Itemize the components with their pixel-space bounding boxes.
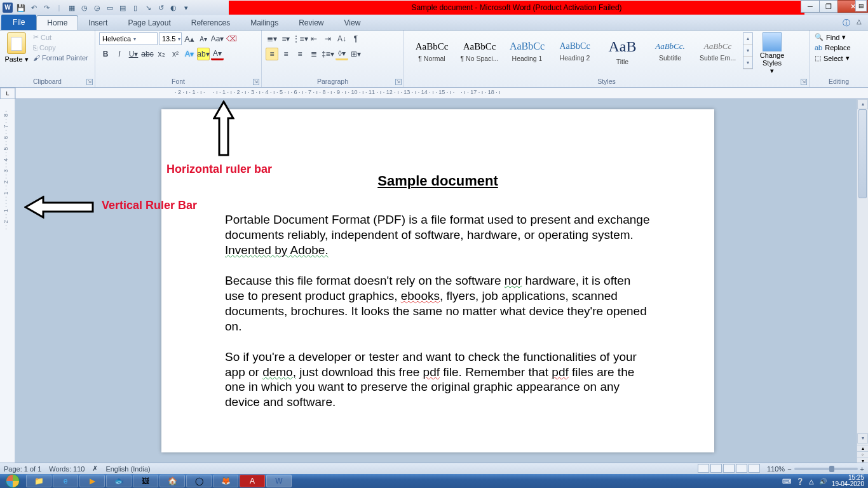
highlight-icon[interactable]: ab▾ bbox=[197, 48, 210, 60]
page-scroll-area[interactable]: Sample document Portable Document Format… bbox=[15, 99, 857, 463]
help-icon[interactable]: ⓘ bbox=[843, 18, 850, 29]
paste-button[interactable]: Paste ▾ bbox=[4, 32, 29, 64]
italic-button[interactable]: I bbox=[113, 48, 126, 60]
qat-icon[interactable]: ▯ bbox=[130, 2, 141, 13]
style-subtle-em[interactable]: AaBbCcSubtle Em... bbox=[694, 32, 742, 71]
change-styles-button[interactable]: Change Styles ▾ bbox=[757, 32, 787, 75]
show-marks-icon[interactable]: ¶ bbox=[349, 32, 362, 45]
align-left-icon[interactable]: ≡ bbox=[266, 48, 278, 60]
view-print-layout-icon[interactable] bbox=[698, 464, 709, 473]
bullets-icon[interactable]: ≣▾ bbox=[266, 32, 278, 45]
clear-format-icon[interactable]: ⌫ bbox=[225, 32, 238, 45]
save-icon[interactable]: 💾 bbox=[15, 2, 27, 13]
qat-icon[interactable]: ▤ bbox=[117, 2, 128, 13]
style-heading-1[interactable]: AaBbCcHeading 1 bbox=[503, 32, 551, 71]
zoom-out-icon[interactable]: − bbox=[787, 465, 791, 473]
file-tab[interactable]: File bbox=[1, 15, 36, 30]
task-explorer-icon[interactable]: 📁 bbox=[26, 475, 51, 487]
font-color-icon[interactable]: A▾ bbox=[211, 48, 224, 60]
qat-icon[interactable]: ◷ bbox=[79, 2, 90, 13]
view-draft-icon[interactable] bbox=[749, 464, 760, 473]
task-app-icon[interactable]: 🖼 bbox=[133, 475, 158, 487]
tray-volume-icon[interactable]: 🔊 bbox=[819, 478, 827, 485]
tab-selector-icon[interactable]: L bbox=[0, 88, 15, 99]
task-chrome-icon[interactable]: ◯ bbox=[186, 475, 212, 487]
start-button[interactable] bbox=[0, 474, 25, 488]
paragraph-launcher-icon[interactable]: ⇲ bbox=[395, 79, 402, 85]
select-button[interactable]: ⬚ Select ▾ bbox=[813, 53, 864, 63]
sort-icon[interactable]: A↓ bbox=[336, 32, 348, 45]
qat-icon[interactable]: ◶ bbox=[92, 2, 103, 13]
task-word-icon[interactable]: W bbox=[266, 475, 292, 487]
task-hp-icon[interactable]: 🏠 bbox=[159, 475, 185, 487]
text-effects-icon[interactable]: A▾ bbox=[183, 48, 196, 60]
browse-object-icon[interactable]: ◦ bbox=[857, 451, 868, 458]
scroll-thumb[interactable] bbox=[858, 109, 867, 198]
clipboard-launcher-icon[interactable]: ⇲ bbox=[86, 79, 93, 85]
scroll-up-icon[interactable]: ▴ bbox=[857, 99, 868, 109]
qat-customize-icon[interactable]: ▾ bbox=[180, 2, 192, 13]
view-web-icon[interactable] bbox=[723, 464, 735, 473]
minimize-ribbon-icon[interactable]: △ bbox=[857, 18, 862, 25]
multilevel-icon[interactable]: ⋮≡▾ bbox=[294, 32, 306, 45]
task-ie-icon[interactable]: e bbox=[53, 475, 78, 487]
style-heading-2[interactable]: AaBbCcHeading 2 bbox=[551, 32, 599, 71]
vertical-scrollbar[interactable]: ▴ ▾ ▴ ◦ ▾ bbox=[857, 99, 868, 463]
borders-icon[interactable]: ⊞▾ bbox=[349, 48, 362, 60]
tab-home[interactable]: Home bbox=[36, 15, 78, 30]
horizontal-ruler[interactable]: · 2 · ı · 1 · ı · · ı · 1 · ı · 2 · ı · … bbox=[15, 88, 868, 98]
task-app-icon[interactable]: 🐟 bbox=[106, 475, 132, 487]
font-launcher-icon[interactable]: ⇲ bbox=[253, 79, 259, 85]
tray-help-icon[interactable]: ❔ bbox=[796, 478, 804, 485]
replace-button[interactable]: ab Replace bbox=[813, 43, 864, 52]
tray-keyboard-icon[interactable]: ⌨ bbox=[782, 478, 791, 485]
shrink-font-icon[interactable]: A▾ bbox=[197, 32, 210, 45]
tab-references[interactable]: References bbox=[181, 16, 240, 30]
superscript-button[interactable]: x² bbox=[169, 48, 182, 60]
tab-review[interactable]: Review bbox=[288, 16, 334, 30]
status-page[interactable]: Page: 1 of 1 bbox=[4, 465, 41, 473]
view-full-screen-icon[interactable] bbox=[710, 464, 722, 473]
styles-launcher-icon[interactable]: ⇲ bbox=[801, 79, 807, 85]
align-right-icon[interactable]: ≡ bbox=[294, 48, 306, 60]
zoom-in-icon[interactable]: + bbox=[860, 465, 864, 473]
qat-icon[interactable]: ↺ bbox=[155, 2, 166, 13]
redo-icon[interactable]: ↷ bbox=[41, 2, 52, 13]
styles-more-button[interactable]: ▴▾▾ bbox=[743, 32, 753, 69]
status-language[interactable]: English (India) bbox=[105, 465, 150, 473]
qat-icon[interactable]: ◐ bbox=[168, 2, 179, 13]
change-case-icon[interactable]: Aa▾ bbox=[211, 32, 224, 45]
cut-button[interactable]: ✂ Cut bbox=[32, 32, 90, 42]
maximize-button[interactable]: ❐ bbox=[819, 0, 838, 13]
tray-chevron-icon[interactable]: △ bbox=[809, 478, 814, 485]
zoom-slider[interactable] bbox=[794, 468, 858, 470]
increase-indent-icon[interactable]: ⇥ bbox=[322, 32, 334, 45]
grow-font-icon[interactable]: A▴ bbox=[183, 32, 196, 45]
find-button[interactable]: 🔍 Find ▾ bbox=[813, 32, 864, 42]
style-subtitle[interactable]: AaBbCc.Subtitle bbox=[646, 32, 694, 71]
font-size-combo[interactable]: 13.5 bbox=[159, 32, 182, 45]
tab-view[interactable]: View bbox=[334, 16, 371, 30]
shading-icon[interactable]: ◊▾ bbox=[336, 48, 348, 60]
tray-clock[interactable]: 15:25 19-04-2020 bbox=[832, 475, 864, 487]
line-spacing-icon[interactable]: ‡≡▾ bbox=[322, 48, 334, 60]
strikethrough-button[interactable]: abc bbox=[141, 48, 154, 60]
bold-button[interactable]: B bbox=[99, 48, 112, 60]
tab-insert[interactable]: Insert bbox=[78, 16, 118, 30]
subscript-button[interactable]: x₂ bbox=[155, 48, 168, 60]
qat-icon[interactable]: ↘ bbox=[142, 2, 154, 13]
status-words[interactable]: Words: 110 bbox=[49, 465, 85, 473]
grid-icon[interactable]: ▦ bbox=[66, 2, 78, 13]
tab-page-layout[interactable]: Page Layout bbox=[118, 16, 180, 30]
task-media-icon[interactable]: ▶ bbox=[79, 475, 105, 487]
justify-icon[interactable]: ≣ bbox=[308, 48, 320, 60]
qat-icon[interactable]: ▭ bbox=[104, 2, 116, 13]
tab-mailings[interactable]: Mailings bbox=[240, 16, 288, 30]
style-title[interactable]: AaBTitle bbox=[599, 32, 646, 71]
prev-page-icon[interactable]: ▴ bbox=[857, 445, 868, 451]
font-name-combo[interactable]: Helvetica bbox=[99, 32, 158, 45]
document-page[interactable]: Sample document Portable Document Format… bbox=[161, 109, 714, 452]
task-firefox-icon[interactable]: 🦊 bbox=[213, 475, 238, 487]
view-outline-icon[interactable] bbox=[736, 464, 747, 473]
decrease-indent-icon[interactable]: ⇤ bbox=[308, 32, 320, 45]
